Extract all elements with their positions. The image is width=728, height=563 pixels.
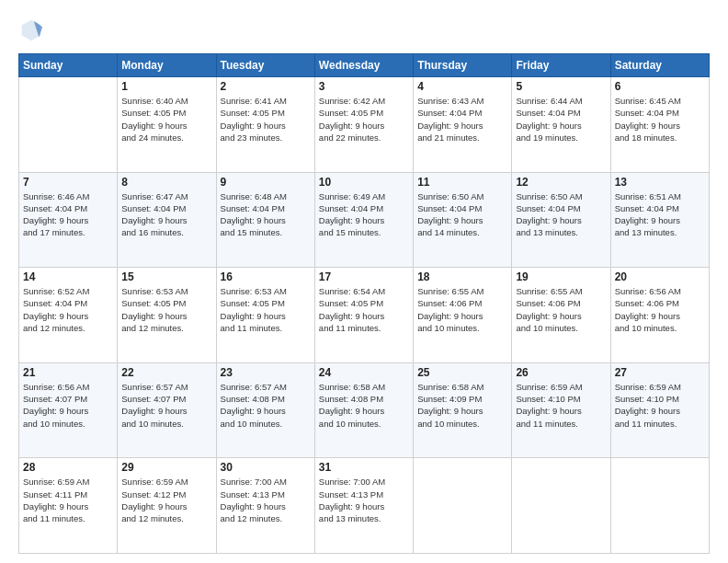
day-number: 14: [23, 270, 113, 283]
day-number: 12: [516, 176, 606, 189]
day-number: 27: [615, 366, 705, 379]
day-info: Sunrise: 6:59 AM Sunset: 4:10 PM Dayligh…: [615, 381, 705, 430]
header: [18, 17, 710, 42]
calendar-cell: 20Sunrise: 6:56 AM Sunset: 4:06 PM Dayli…: [610, 268, 709, 363]
calendar-cell: 12Sunrise: 6:50 AM Sunset: 4:04 PM Dayli…: [512, 172, 610, 268]
day-number: 19: [516, 270, 606, 283]
day-info: Sunrise: 6:59 AM Sunset: 4:10 PM Dayligh…: [516, 381, 606, 430]
calendar-cell: 14Sunrise: 6:52 AM Sunset: 4:04 PM Dayli…: [19, 268, 118, 363]
day-number: 13: [615, 176, 705, 189]
calendar-cell: [610, 458, 709, 554]
calendar-cell: [19, 77, 118, 173]
day-info: Sunrise: 6:52 AM Sunset: 4:04 PM Dayligh…: [23, 285, 113, 334]
day-info: Sunrise: 6:53 AM Sunset: 4:05 PM Dayligh…: [121, 285, 211, 334]
logo: [18, 17, 48, 42]
day-info: Sunrise: 6:50 AM Sunset: 4:04 PM Dayligh…: [516, 190, 606, 239]
day-info: Sunrise: 6:47 AM Sunset: 4:04 PM Dayligh…: [121, 190, 211, 239]
day-info: Sunrise: 6:43 AM Sunset: 4:04 PM Dayligh…: [417, 95, 507, 144]
day-number: 11: [417, 176, 507, 189]
calendar-cell: 13Sunrise: 6:51 AM Sunset: 4:04 PM Dayli…: [610, 172, 709, 268]
calendar-cell: 8Sunrise: 6:47 AM Sunset: 4:04 PM Daylig…: [118, 172, 216, 268]
weekday-header-sunday: Sunday: [19, 54, 118, 77]
day-number: 7: [23, 176, 113, 189]
day-info: Sunrise: 6:46 AM Sunset: 4:04 PM Dayligh…: [23, 190, 113, 239]
day-info: Sunrise: 6:51 AM Sunset: 4:04 PM Dayligh…: [615, 190, 705, 239]
day-number: 8: [121, 176, 211, 189]
calendar-week-row: 7Sunrise: 6:46 AM Sunset: 4:04 PM Daylig…: [19, 172, 710, 268]
calendar-cell: 17Sunrise: 6:54 AM Sunset: 4:05 PM Dayli…: [314, 268, 413, 363]
day-number: 21: [23, 366, 113, 379]
day-number: 28: [23, 461, 113, 474]
day-number: 24: [319, 366, 409, 379]
calendar-week-row: 21Sunrise: 6:56 AM Sunset: 4:07 PM Dayli…: [19, 362, 710, 458]
day-number: 10: [319, 176, 409, 189]
day-number: 5: [516, 80, 606, 93]
day-info: Sunrise: 7:00 AM Sunset: 4:13 PM Dayligh…: [221, 476, 311, 524]
calendar-cell: 10Sunrise: 6:49 AM Sunset: 4:04 PM Dayli…: [314, 172, 413, 268]
calendar-week-row: 1Sunrise: 6:40 AM Sunset: 4:05 PM Daylig…: [19, 77, 710, 173]
calendar-cell: 30Sunrise: 7:00 AM Sunset: 4:13 PM Dayli…: [216, 458, 314, 554]
day-info: Sunrise: 6:59 AM Sunset: 4:12 PM Dayligh…: [121, 476, 211, 524]
day-number: 23: [221, 366, 311, 379]
calendar-cell: 5Sunrise: 6:44 AM Sunset: 4:04 PM Daylig…: [512, 77, 610, 173]
weekday-header-saturday: Saturday: [610, 54, 709, 77]
day-info: Sunrise: 6:54 AM Sunset: 4:05 PM Dayligh…: [319, 285, 409, 334]
calendar-cell: 3Sunrise: 6:42 AM Sunset: 4:05 PM Daylig…: [314, 77, 413, 173]
day-number: 16: [221, 270, 311, 283]
day-info: Sunrise: 6:56 AM Sunset: 4:07 PM Dayligh…: [23, 381, 113, 430]
day-info: Sunrise: 6:57 AM Sunset: 4:07 PM Dayligh…: [121, 381, 211, 430]
calendar-cell: 4Sunrise: 6:43 AM Sunset: 4:04 PM Daylig…: [414, 77, 512, 173]
calendar-cell: 31Sunrise: 7:00 AM Sunset: 4:13 PM Dayli…: [314, 458, 413, 554]
day-number: 3: [319, 80, 409, 93]
weekday-header-tuesday: Tuesday: [216, 54, 314, 77]
day-number: 25: [417, 366, 507, 379]
calendar-cell: 26Sunrise: 6:59 AM Sunset: 4:10 PM Dayli…: [512, 362, 610, 458]
calendar-cell: 19Sunrise: 6:55 AM Sunset: 4:06 PM Dayli…: [512, 268, 610, 363]
day-info: Sunrise: 6:59 AM Sunset: 4:11 PM Dayligh…: [23, 476, 113, 524]
calendar-week-row: 28Sunrise: 6:59 AM Sunset: 4:11 PM Dayli…: [19, 458, 710, 554]
calendar-table: SundayMondayTuesdayWednesdayThursdayFrid…: [18, 53, 710, 554]
calendar-cell: 15Sunrise: 6:53 AM Sunset: 4:05 PM Dayli…: [118, 268, 216, 363]
page: SundayMondayTuesdayWednesdayThursdayFrid…: [0, 0, 728, 563]
calendar-cell: 1Sunrise: 6:40 AM Sunset: 4:05 PM Daylig…: [118, 77, 216, 173]
day-number: 22: [121, 366, 211, 379]
day-info: Sunrise: 6:55 AM Sunset: 4:06 PM Dayligh…: [516, 285, 606, 334]
day-info: Sunrise: 6:41 AM Sunset: 4:05 PM Dayligh…: [221, 95, 311, 144]
day-number: 29: [121, 461, 211, 474]
calendar-cell: 7Sunrise: 6:46 AM Sunset: 4:04 PM Daylig…: [19, 172, 118, 268]
calendar-cell: 2Sunrise: 6:41 AM Sunset: 4:05 PM Daylig…: [216, 77, 314, 173]
day-info: Sunrise: 6:44 AM Sunset: 4:04 PM Dayligh…: [516, 95, 606, 144]
day-info: Sunrise: 6:50 AM Sunset: 4:04 PM Dayligh…: [417, 190, 507, 239]
weekday-header-monday: Monday: [118, 54, 216, 77]
calendar-cell: 29Sunrise: 6:59 AM Sunset: 4:12 PM Dayli…: [118, 458, 216, 554]
day-number: 2: [221, 80, 311, 93]
calendar-cell: 11Sunrise: 6:50 AM Sunset: 4:04 PM Dayli…: [414, 172, 512, 268]
day-info: Sunrise: 6:58 AM Sunset: 4:09 PM Dayligh…: [417, 381, 507, 430]
calendar-cell: 9Sunrise: 6:48 AM Sunset: 4:04 PM Daylig…: [216, 172, 314, 268]
day-number: 1: [121, 80, 211, 93]
calendar-cell: 18Sunrise: 6:55 AM Sunset: 4:06 PM Dayli…: [414, 268, 512, 363]
day-number: 9: [221, 176, 311, 189]
day-number: 20: [615, 270, 705, 283]
calendar-cell: 23Sunrise: 6:57 AM Sunset: 4:08 PM Dayli…: [216, 362, 314, 458]
day-info: Sunrise: 6:58 AM Sunset: 4:08 PM Dayligh…: [319, 381, 409, 430]
day-number: 15: [121, 270, 211, 283]
calendar-cell: 25Sunrise: 6:58 AM Sunset: 4:09 PM Dayli…: [414, 362, 512, 458]
day-info: Sunrise: 7:00 AM Sunset: 4:13 PM Dayligh…: [319, 476, 409, 524]
weekday-header-friday: Friday: [512, 54, 610, 77]
calendar-cell: 28Sunrise: 6:59 AM Sunset: 4:11 PM Dayli…: [19, 458, 118, 554]
weekday-header-thursday: Thursday: [414, 54, 512, 77]
day-number: 4: [417, 80, 507, 93]
day-info: Sunrise: 6:40 AM Sunset: 4:05 PM Dayligh…: [121, 95, 211, 144]
day-number: 17: [319, 270, 409, 283]
calendar-cell: 21Sunrise: 6:56 AM Sunset: 4:07 PM Dayli…: [19, 362, 118, 458]
calendar-cell: [512, 458, 610, 554]
calendar-cell: 27Sunrise: 6:59 AM Sunset: 4:10 PM Dayli…: [610, 362, 709, 458]
day-info: Sunrise: 6:45 AM Sunset: 4:04 PM Dayligh…: [615, 95, 705, 144]
day-info: Sunrise: 6:42 AM Sunset: 4:05 PM Dayligh…: [319, 95, 409, 144]
day-number: 31: [319, 461, 409, 474]
calendar-cell: 22Sunrise: 6:57 AM Sunset: 4:07 PM Dayli…: [118, 362, 216, 458]
day-info: Sunrise: 6:55 AM Sunset: 4:06 PM Dayligh…: [417, 285, 507, 334]
day-info: Sunrise: 6:56 AM Sunset: 4:06 PM Dayligh…: [615, 285, 705, 334]
day-info: Sunrise: 6:48 AM Sunset: 4:04 PM Dayligh…: [221, 190, 311, 239]
